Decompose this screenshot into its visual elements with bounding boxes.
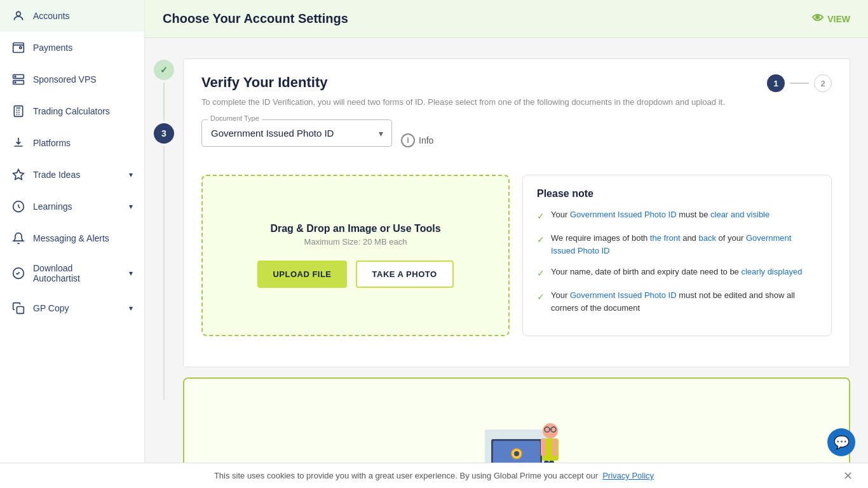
- sidebar-item-download-autochartist[interactable]: Download Autochartist ▾: [0, 254, 144, 292]
- autochartist-icon: [11, 266, 25, 280]
- calculator-icon: [11, 104, 25, 118]
- step-column: ✓ 3: [145, 48, 183, 488]
- note-item-4: ✓ Your Government Issued Photo ID must n…: [537, 289, 817, 314]
- section-description: To complete the ID Verification, you wil…: [201, 97, 832, 107]
- check-icon-3: ✓: [537, 267, 545, 280]
- info-button[interactable]: i Info: [401, 133, 433, 147]
- note-text-2: We require images of both the front and …: [551, 232, 817, 257]
- note-text-4: Your Government Issued Photo ID must not…: [551, 289, 817, 314]
- svg-rect-1: [13, 45, 24, 53]
- main-content: Choose Your Account Settings 👁 VIEW ✓ 3 …: [145, 0, 868, 488]
- chat-button[interactable]: 💬: [827, 428, 855, 456]
- document-type-select[interactable]: Government Issued Photo ID Passport Driv…: [201, 119, 392, 147]
- sidebar-item-platforms[interactable]: Platforms: [0, 127, 144, 159]
- cookie-close-button[interactable]: ✕: [843, 469, 853, 483]
- rocket-icon: [11, 200, 25, 214]
- bell-icon: [11, 231, 25, 245]
- check-icon-4: ✓: [537, 290, 545, 304]
- progress-step-1: 1: [767, 74, 785, 92]
- copy-icon: [11, 301, 25, 315]
- view-button[interactable]: 👁 VIEW: [812, 12, 850, 25]
- progress-step-2: 2: [814, 74, 832, 92]
- wallet-icon: [11, 41, 25, 55]
- upload-box-title: Drag & Drop an Image or Use Tools: [270, 223, 440, 234]
- svg-rect-17: [541, 438, 546, 456]
- sidebar: Accounts Payments Sponsored VPS Trading …: [0, 0, 145, 488]
- verify-identity-section: Verify Your Identity 1 2 To complete the…: [183, 58, 850, 367]
- account-settings-banner: Choose Your Account Settings 👁 VIEW: [145, 0, 868, 38]
- note-item-1: ✓ Your Government Issued Photo ID must b…: [537, 208, 817, 223]
- cookie-bar: This site uses cookies to provide you wi…: [0, 463, 868, 488]
- chevron-down-icon: ▾: [129, 269, 133, 278]
- banner-title: Choose Your Account Settings: [163, 11, 348, 26]
- upload-file-button[interactable]: UPLOAD FILE: [257, 261, 346, 288]
- sidebar-item-payments[interactable]: Payments: [0, 32, 144, 64]
- check-icon-2: ✓: [537, 233, 545, 247]
- note-text-1: Your Government Issued Photo ID must be …: [551, 208, 770, 221]
- svg-point-0: [17, 11, 21, 16]
- doc-type-label: Document Type: [208, 114, 262, 122]
- svg-rect-8: [17, 307, 24, 314]
- sidebar-item-gp-copy[interactable]: GP Copy ▾: [0, 292, 144, 324]
- document-type-group: Document Type Government Issued Photo ID…: [201, 119, 392, 147]
- notes-title: Please note: [537, 188, 817, 200]
- chevron-down-icon: ▾: [129, 202, 133, 211]
- upload-box-subtitle: Maximum Size: 20 MB each: [304, 237, 407, 247]
- svg-rect-18: [552, 438, 557, 456]
- notes-box: Please note ✓ Your Government Issued Pho…: [522, 175, 832, 336]
- sidebar-item-learnings[interactable]: Learnings ▾: [0, 191, 144, 222]
- sidebar-item-trading-calculators[interactable]: Trading Calculators: [0, 95, 144, 127]
- eye-icon: 👁: [812, 12, 824, 25]
- svg-point-4: [15, 76, 16, 78]
- note-text-3: Your name, date of birth and expiry date…: [551, 266, 803, 278]
- upload-box: Drag & Drop an Image or Use Tools Maximu…: [201, 175, 510, 336]
- step-line-2: [163, 146, 165, 400]
- upload-buttons: UPLOAD FILE TAKE A PHOTO: [257, 261, 453, 288]
- section-header: Verify Your Identity 1 2: [201, 74, 832, 92]
- star-icon: [11, 168, 25, 182]
- step-progress: 1 2: [767, 74, 832, 92]
- info-circle-icon: i: [401, 133, 415, 147]
- svg-point-14: [514, 451, 519, 456]
- person-icon: [11, 9, 25, 23]
- note-item-2: ✓ We require images of both the front an…: [537, 232, 817, 257]
- step-3-circle: 3: [154, 123, 174, 144]
- sidebar-item-sponsored-vps[interactable]: Sponsored VPS: [0, 64, 144, 95]
- step-connector: [790, 83, 809, 84]
- step-area: ✓ 3 Verify Your Identity 1 2: [145, 38, 868, 488]
- upload-notes-row: Drag & Drop an Image or Use Tools Maximu…: [201, 175, 832, 336]
- download-icon: [11, 136, 25, 150]
- step-line-1: [163, 83, 165, 121]
- check-icon-1: ✓: [537, 210, 545, 223]
- take-photo-button[interactable]: TAKE A PHOTO: [356, 261, 454, 288]
- content-main: Verify Your Identity 1 2 To complete the…: [183, 48, 868, 488]
- privacy-policy-link[interactable]: Privacy Policy: [602, 471, 654, 480]
- chevron-down-icon: ▾: [129, 304, 133, 313]
- svg-point-5: [15, 82, 16, 83]
- chevron-down-icon: ▾: [129, 170, 133, 179]
- chat-icon: 💬: [834, 435, 850, 450]
- note-item-3: ✓ Your name, date of birth and expiry da…: [537, 266, 817, 280]
- step-1-circle: ✓: [154, 60, 174, 80]
- server-icon: [11, 72, 25, 86]
- cookie-text: This site uses cookies to provide you wi…: [214, 471, 654, 480]
- sidebar-item-messaging-alerts[interactable]: Messaging & Alerts: [0, 222, 144, 254]
- sidebar-item-trade-ideas[interactable]: Trade Ideas ▾: [0, 159, 144, 191]
- section-title: Verify Your Identity: [201, 74, 327, 91]
- sidebar-item-accounts[interactable]: Accounts: [0, 0, 144, 32]
